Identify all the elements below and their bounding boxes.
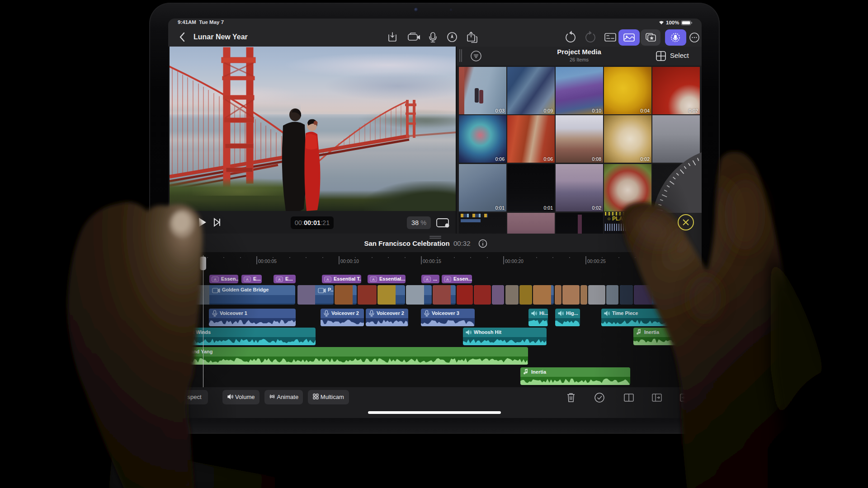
svg-text:100%: 100%: [666, 20, 679, 25]
